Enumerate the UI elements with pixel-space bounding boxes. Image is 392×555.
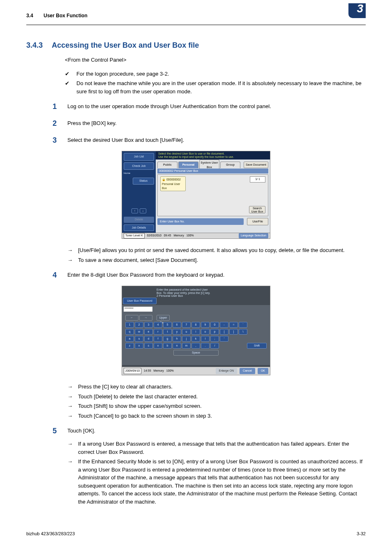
- tab-group[interactable]: Group: [220, 162, 240, 168]
- footer-memory-pct: 100%: [187, 234, 194, 238]
- section-heading: 3.4.3 Accessing the User Box and User Bo…: [26, 40, 366, 51]
- keyboard-key[interactable]: i: [191, 329, 200, 335]
- userbox-item[interactable]: 🔒 000000002 Personal User Box: [160, 176, 186, 191]
- keyboard-key[interactable]: d: [144, 336, 153, 342]
- keyboard-key[interactable]: 9: [201, 322, 210, 328]
- keyboard-key[interactable]: m: [182, 343, 191, 349]
- save-document-button[interactable]: Save Document: [244, 162, 268, 169]
- use-file-button[interactable]: Use/File: [247, 218, 268, 226]
- cancel-button[interactable]: Cancel: [240, 368, 255, 374]
- arrow-icon: →: [67, 458, 74, 506]
- keyboard-key[interactable]: 6: [173, 322, 181, 328]
- tab-row: Public Personal System User Box Group Sa…: [157, 161, 268, 169]
- keyboard-key[interactable]: 4: [154, 322, 162, 328]
- check-job-button[interactable]: Check Job: [124, 162, 154, 170]
- scroll-up-button[interactable]: ↑: [131, 208, 138, 213]
- delete-button[interactable]: Delete: [124, 217, 154, 223]
- cursor-right-key[interactable]: →: [139, 315, 152, 321]
- step-2: 2 Press the [BOX] key.: [53, 118, 366, 129]
- ok-button[interactable]: OK: [258, 368, 268, 374]
- keyboard-key[interactable]: ': [220, 336, 228, 342]
- status-footer: 2009/09/10 14:55 Memory 100% Enlarge ON …: [122, 367, 270, 375]
- keyboard-key[interactable]: h: [173, 336, 181, 342]
- arrow-icon: →: [67, 402, 74, 410]
- keyboard-key[interactable]: c: [144, 343, 153, 349]
- subtitle: <From the Control Panel>: [65, 56, 366, 64]
- keyboard-key[interactable]: .: [201, 343, 210, 349]
- keyboard-key[interactable]: l: [201, 336, 210, 342]
- breadcrumb-bar: 000000002 Personal User Box: [157, 169, 268, 173]
- job-details-button[interactable]: Job Details: [124, 224, 154, 231]
- keyboard-key[interactable]: g: [163, 336, 172, 342]
- enter-box-no-field[interactable]: Enter User Box No.: [157, 218, 244, 225]
- keyboard-key[interactable]: \: [239, 329, 247, 335]
- keyboard-key[interactable]: [: [220, 329, 228, 335]
- keyboard-key[interactable]: 5: [163, 322, 172, 328]
- keyboard-key[interactable]: e: [144, 329, 153, 335]
- keyboard-key[interactable]: u: [182, 329, 191, 335]
- keyboard-key[interactable]: s: [135, 336, 143, 342]
- keyboard-key[interactable]: p: [210, 329, 219, 335]
- keyboard-key[interactable]: q: [125, 329, 134, 335]
- step-5: 5 Touch [OK].: [53, 426, 366, 437]
- tab-personal[interactable]: Personal: [178, 162, 198, 168]
- keyboard-key[interactable]: ;: [210, 336, 219, 342]
- keyboard-key[interactable]: ]: [229, 329, 238, 335]
- footer-page-num: 3-32: [357, 530, 366, 537]
- keyboard-key[interactable]: f: [154, 336, 162, 342]
- scroll-down-button[interactable]: ↓: [140, 208, 146, 213]
- step-1: 1 Log on to the user operation mode thro…: [53, 101, 366, 112]
- job-list-button[interactable]: Job List: [124, 153, 154, 161]
- space-key[interactable]: Space: [173, 350, 219, 356]
- upper-case-key[interactable]: Upper Case: [157, 315, 170, 321]
- enlarge-button[interactable]: Enlarge ON: [216, 368, 238, 374]
- keyboard-key[interactable]: 2: [135, 322, 143, 328]
- keyboard-key[interactable]: k: [191, 336, 200, 342]
- arrow-list-step3: →[Use/File] allows you to print or send …: [26, 246, 366, 264]
- keyboard-key[interactable]: 8: [191, 322, 200, 328]
- footer-date: 02/03/2010: [147, 234, 161, 238]
- password-field[interactable]: ********: [124, 307, 152, 312]
- section-num: 3.4: [26, 13, 33, 18]
- search-userbox-button[interactable]: Search User Box: [249, 206, 265, 213]
- key-row-4: zxcvbnm,./Shift: [125, 343, 267, 349]
- arrow-icon: →: [67, 256, 74, 264]
- header-left: 3.4 User Box Function: [26, 12, 88, 19]
- keyboard-key[interactable]: 0: [210, 322, 219, 328]
- keyboard-key[interactable]: a: [125, 336, 134, 342]
- keyboard-key[interactable]: b: [163, 343, 172, 349]
- chapter-badge: 3: [348, 3, 366, 18]
- shift-key[interactable]: Shift: [247, 343, 267, 349]
- cursor-left-key[interactable]: ←: [125, 315, 138, 321]
- keyboard-key[interactable]: `: [239, 322, 247, 328]
- keyboard-key[interactable]: r: [154, 329, 162, 335]
- keyboard-key[interactable]: w: [135, 329, 143, 335]
- keyboard-key[interactable]: o: [201, 329, 210, 335]
- keyboard-key[interactable]: t: [163, 329, 172, 335]
- keyboard-key[interactable]: n: [173, 343, 181, 349]
- keyboard-key[interactable]: ,: [191, 343, 200, 349]
- footer-memory: Memory: [154, 369, 164, 373]
- keyboard-key[interactable]: z: [125, 343, 134, 349]
- keyboard-key[interactable]: j: [182, 336, 191, 342]
- keyboard-key[interactable]: /: [210, 343, 219, 349]
- keyboard-key[interactable]: 1: [125, 322, 134, 328]
- keyboard-key[interactable]: 7: [182, 322, 191, 328]
- screenshot-password-entry: Enter the password of the selected User …: [122, 286, 270, 375]
- status-button[interactable]: Status: [133, 178, 154, 185]
- keyboard-key[interactable]: v: [154, 343, 162, 349]
- keyboard-key[interactable]: 3: [144, 322, 153, 328]
- keyboard-key[interactable]: y: [173, 329, 181, 335]
- keyboard-key[interactable]: -: [220, 322, 228, 328]
- lock-icon: 🔒: [162, 178, 166, 181]
- footer-memory-pct: 100%: [166, 369, 174, 373]
- page-header: 3.4 User Box Function 3: [26, 8, 366, 25]
- keyboard-key[interactable]: x: [135, 343, 143, 349]
- step-3: 3 Select the desired User Box and touch …: [53, 135, 366, 146]
- footer-time: 09:45: [164, 234, 171, 238]
- keyboard-key[interactable]: =: [229, 322, 238, 328]
- key-row-1: 1234567890-=`: [125, 322, 267, 328]
- tab-public[interactable]: Public: [157, 162, 178, 168]
- language-selection-button[interactable]: Language Selection: [239, 233, 268, 238]
- heading-title: Accessing the User Box and User Box file: [52, 40, 199, 51]
